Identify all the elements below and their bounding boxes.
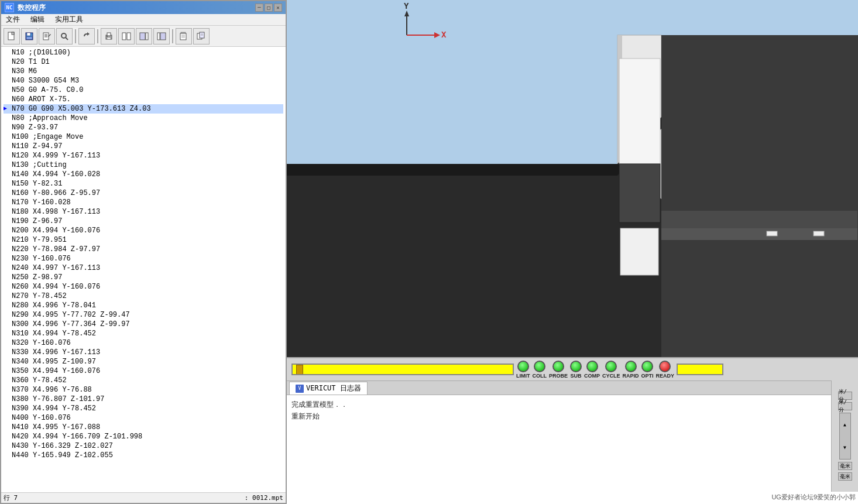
line-text: N210 Y-79.951: [12, 235, 283, 245]
left-button[interactable]: [136, 28, 152, 44]
comp-light: [586, 361, 598, 372]
edit-button[interactable]: [39, 28, 55, 44]
title-controls[interactable]: ─ □ ✕: [255, 4, 282, 12]
3d-viewport[interactable]: Y X: [287, 0, 858, 357]
minimize-button[interactable]: ─: [255, 4, 263, 12]
code-line[interactable]: N50 G0 A-75. C0.0: [4, 85, 283, 95]
code-line[interactable]: N160 Y-80.966 Z-95.97: [4, 188, 283, 198]
line-text: N350 X4.994 Y-160.076: [12, 366, 283, 376]
code-line[interactable]: N190 Z-96.97: [4, 217, 283, 226]
code-line[interactable]: N280 X4.996 Y-78.041: [4, 301, 283, 310]
side-panel: 米/分 米/分 ▲ ▼ 毫米 毫米: [831, 380, 858, 492]
svg-rect-3: [27, 33, 30, 36]
line-text: N260 X4.994 Y-160.076: [12, 282, 283, 292]
code-line[interactable]: N20 T1 D1: [4, 57, 283, 67]
svg-rect-50: [661, 211, 857, 228]
code-line[interactable]: N80 ;Approach Move: [4, 114, 283, 123]
log-tab-label: VERICUT 日志器: [306, 383, 361, 393]
maximize-button[interactable]: □: [265, 4, 273, 12]
code-line[interactable]: N360 Y-78.452: [4, 376, 283, 385]
line-text: N180 X4.998 Y-167.113: [12, 207, 283, 217]
code-line[interactable]: N350 X4.994 Y-160.076: [4, 366, 283, 376]
code-line[interactable]: N430 Y-166.329 Z-102.027: [4, 441, 283, 451]
line-text: N400 Y-160.076: [12, 413, 283, 423]
rapid-label: RAPID: [623, 373, 639, 379]
ready-label: READY: [656, 373, 675, 379]
right-button[interactable]: [153, 28, 170, 44]
menu-file[interactable]: 文件: [4, 14, 22, 25]
code-line[interactable]: N410 X4.995 Y-167.088: [4, 423, 283, 432]
code-line[interactable]: N220 Y-78.984 Z-97.97: [4, 245, 283, 254]
code-line[interactable]: N120 X4.999 Y-167.113: [4, 151, 283, 160]
code-line[interactable]: N390 X4.994 Y-78.452: [4, 404, 283, 413]
svg-rect-70: [767, 231, 777, 236]
code-line[interactable]: N310 X4.994 Y-78.452: [4, 329, 283, 338]
code-line[interactable]: N130 ;Cutting: [4, 160, 283, 170]
svg-rect-43: [619, 59, 660, 164]
code-line[interactable]: N90 Z-93.97: [4, 123, 283, 132]
code-line[interactable]: N340 X4.995 Z-100.97: [4, 357, 283, 366]
code-line[interactable]: N110 Z-94.97: [4, 142, 283, 151]
code-line[interactable]: N290 X4.995 Y-77.702 Z-99.47: [4, 310, 283, 320]
code-line[interactable]: N60 AROT X-75.: [4, 95, 283, 104]
paste1-button[interactable]: [176, 28, 192, 44]
rapid-light: [625, 361, 637, 372]
code-line[interactable]: N180 X4.998 Y-167.113: [4, 207, 283, 217]
code-line[interactable]: N210 Y-79.951: [4, 235, 283, 245]
machine-scene-svg: Y X: [287, 0, 858, 357]
code-line[interactable]: N30 M6: [4, 67, 283, 76]
scroll-arrows[interactable]: ▲ ▼: [839, 413, 851, 460]
code-line[interactable]: N200 X4.994 Y-160.076: [4, 226, 283, 235]
code-line[interactable]: N380 Y-76.807 Z-101.97: [4, 395, 283, 404]
line-text: N300 X4.996 Y-77.364 Z-99.97: [12, 320, 283, 329]
code-line[interactable]: N10 ;(D10L100): [4, 48, 283, 57]
print-button[interactable]: [101, 28, 117, 44]
find-button[interactable]: [56, 28, 73, 44]
cycle-label: CYCLE: [602, 373, 620, 379]
code-line[interactable]: N300 X4.996 Y-77.364 Z-99.97: [4, 320, 283, 329]
code-line[interactable]: N240 X4.997 Y-167.113: [4, 263, 283, 273]
svg-text:X: X: [441, 30, 447, 39]
save-button[interactable]: [21, 28, 37, 44]
probe-indicator: PROBE: [549, 361, 568, 379]
paste2-button[interactable]: [193, 28, 210, 44]
menu-tools[interactable]: 实用工具: [53, 14, 85, 25]
code-line[interactable]: N150 Y-82.31: [4, 179, 283, 188]
new-button[interactable]: [4, 28, 20, 44]
code-line[interactable]: N330 X4.996 Y-167.113: [4, 348, 283, 357]
log-panel: V VERICUT 日志器 完成重置模型．． 重新开始: [287, 380, 858, 504]
code-line[interactable]: N420 X4.994 Y-166.709 Z-101.998: [4, 432, 283, 441]
code-line[interactable]: ▶N70 G0 G90 X5.003 Y-173.613 Z4.03: [4, 104, 283, 114]
code-line[interactable]: N230 Y-160.076: [4, 254, 283, 263]
code-line[interactable]: N140 X4.994 Y-160.028: [4, 170, 283, 179]
svg-marker-40: [287, 164, 661, 357]
code-line[interactable]: N170 Y-160.028: [4, 198, 283, 207]
code-line[interactable]: N440 Y-165.949 Z-102.055: [4, 451, 283, 460]
code-line[interactable]: N40 S3000 G54 M3: [4, 76, 283, 85]
code-line[interactable]: N270 Y-78.452: [4, 292, 283, 301]
log-tab-bar: V VERICUT 日志器: [287, 381, 858, 395]
code-editor[interactable]: N10 ;(D10L100)N20 T1 D1N30 M6N40 S3000 G…: [1, 47, 286, 492]
undo-button[interactable]: [78, 28, 95, 44]
cycle-light: [605, 361, 617, 372]
line-text: N230 Y-160.076: [12, 254, 283, 263]
svg-rect-16: [122, 33, 126, 40]
progress-knob[interactable]: [296, 365, 303, 375]
code-line[interactable]: N320 Y-160.076: [4, 338, 283, 348]
close-button[interactable]: ✕: [274, 4, 282, 12]
code-line[interactable]: N260 X4.994 Y-160.076: [4, 282, 283, 292]
log-tab[interactable]: V VERICUT 日志器: [289, 382, 368, 395]
code-line[interactable]: N250 Z-98.97: [4, 273, 283, 282]
code-line[interactable]: N370 X4.996 Y-76.88: [4, 385, 283, 395]
unit-btn-3[interactable]: 毫米: [838, 462, 852, 470]
menu-edit[interactable]: 编辑: [28, 14, 47, 25]
split-button[interactable]: [118, 28, 135, 44]
line-text: N100 ;Engage Move: [12, 132, 283, 142]
coll-label: COLL: [533, 373, 547, 379]
unit-btn-2[interactable]: 米/分: [838, 402, 852, 410]
unit-btn-4[interactable]: 毫米: [838, 472, 852, 481]
code-line[interactable]: N100 ;Engage Move: [4, 132, 283, 142]
line-text: N200 X4.994 Y-160.076: [12, 226, 283, 235]
sub-indicator: SUB: [570, 361, 582, 379]
code-line[interactable]: N400 Y-160.076: [4, 413, 283, 423]
